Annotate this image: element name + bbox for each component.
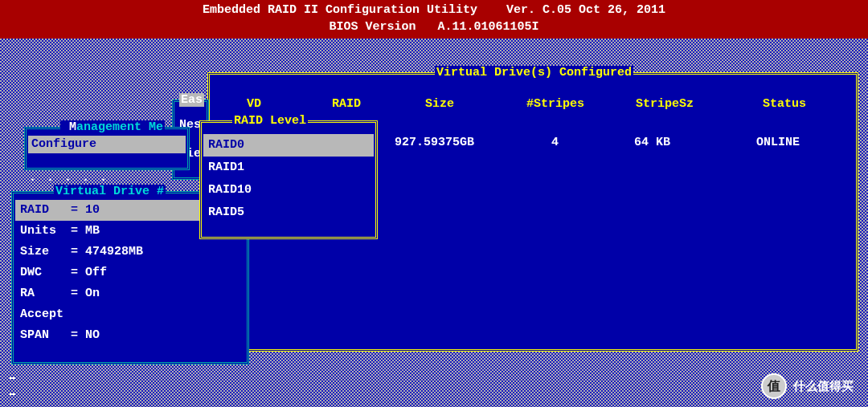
raid-option-raid0[interactable]: RAID0 [203,134,374,157]
header-bios-version: BIOS Version A.11.01061105I [0,17,868,34]
watermark-icon: 值 [761,373,787,399]
col-stripes: #Stripes [526,97,584,111]
vd-param-accept[interactable]: Accept [15,304,245,325]
header-title: Embedded RAID II Configuration Utility V… [0,0,868,17]
menu-item-configure[interactable]: Configure [28,136,186,153]
panel-title-configured: Virtual Drive(s) Configured [435,66,633,79]
vd-param-span[interactable]: SPAN = NO [15,325,245,346]
raid-option-raid5[interactable]: RAID5 [203,201,374,224]
panel-management-menu: Management Me Configure [24,127,190,170]
panel-title-management: Management Me [60,120,165,134]
panel-title-raid-level: RAID Level [232,114,308,128]
cell-status: ONLINE [756,136,800,149]
col-status: Status [763,97,806,111]
header-bar: Embedded RAID II Configuration Utility V… [0,0,868,39]
panel-raid-level: RAID Level RAID0RAID1RAID10RAID5 [199,120,378,239]
dots: . . . . . [29,171,108,185]
watermark-text: 什么值得买 [793,379,854,394]
cell-stripes: 4 [551,136,559,149]
vd-param-dwc[interactable]: DWC = Off [15,263,245,283]
col-raid: RAID [332,97,361,111]
cursor-pixel [10,393,15,395]
raid-option-raid1[interactable]: RAID1 [203,157,374,179]
watermark: 值 什么值得买 [761,373,854,399]
vd-param-ra[interactable]: RA = On [15,283,245,304]
panel-title-vdnum: Virtual Drive # [54,185,166,198]
frag-eas: Eas [179,93,204,107]
col-vd: VD [247,97,261,111]
vd-param-size[interactable]: Size = 474928MB [15,242,245,263]
col-stripesz: StripeSz [636,97,694,111]
cell-size: 927.59375GB [395,136,474,149]
raid-option-raid10[interactable]: RAID10 [203,179,374,201]
col-size: Size [425,97,454,111]
cell-stripesz: 64 KB [634,136,670,149]
cursor-pixel [10,377,15,379]
